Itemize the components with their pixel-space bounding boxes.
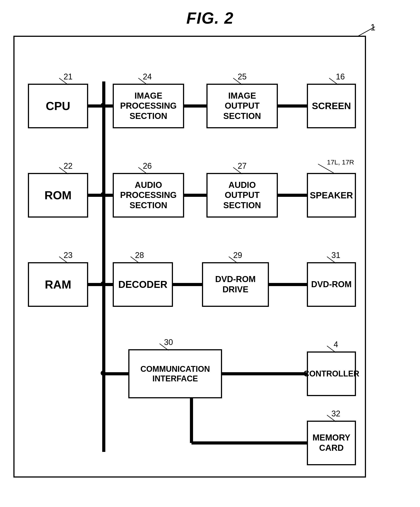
hline-audioproc-bus	[104, 194, 113, 197]
ref-23: 23	[63, 251, 72, 260]
main-diagram-box: CPU 21 IMAGE PROCESSING SECTION 24 IMAGE…	[13, 36, 366, 478]
hline-imgproc-bus	[104, 105, 113, 108]
cpu-label: CPU	[46, 99, 70, 113]
ref-26: 26	[143, 161, 152, 171]
rom-label: ROM	[44, 188, 71, 202]
speaker-block: SPEAKER	[307, 173, 356, 218]
hline-dvdrive-dvdrom	[269, 283, 307, 286]
screen-block: SCREEN	[307, 84, 356, 128]
ref-29: 29	[233, 251, 242, 260]
hline-imgproc-imgout	[184, 105, 206, 108]
controller-block: CONTROLLER	[307, 352, 356, 396]
ref-4: 4	[334, 340, 338, 349]
hline-commif-controller	[222, 372, 307, 375]
ref-24: 24	[143, 72, 152, 81]
memory-card-block: MEMORY CARD	[307, 421, 356, 465]
ref-30: 30	[164, 338, 173, 347]
ref-28: 28	[135, 251, 144, 260]
ref-31: 31	[331, 251, 340, 260]
hline-memcard-h	[191, 441, 307, 444]
hline-audioout-speaker	[278, 194, 307, 197]
ref-25: 25	[238, 72, 247, 81]
dvd-rom-drive-label: DVD-ROM DRIVE	[215, 274, 256, 295]
image-processing-label: IMAGE PROCESSING SECTION	[120, 91, 176, 121]
cpu-block: CPU	[28, 84, 88, 128]
image-output-label: IMAGE OUTPUT SECTION	[223, 91, 261, 121]
hline-imgout-screen	[278, 105, 307, 108]
image-processing-block: IMAGE PROCESSING SECTION	[113, 84, 184, 128]
figure-title: FIG. 2	[186, 9, 234, 27]
ref-17: 17L, 17R	[327, 158, 354, 166]
image-output-block: IMAGE OUTPUT SECTION	[206, 84, 278, 128]
dvd-rom-drive-block: DVD-ROM DRIVE	[202, 262, 269, 307]
controller-label: CONTROLLER	[303, 369, 359, 379]
comm-interface-block: COMMUNICATION INTERFACE	[128, 349, 222, 398]
comm-interface-label: COMMUNICATION INTERFACE	[140, 364, 210, 383]
audio-output-block: AUDIO OUTPUT SECTION	[206, 173, 278, 218]
hline-bus-commif	[104, 372, 128, 375]
vline-commif-memcard	[190, 398, 193, 443]
screen-label: SCREEN	[312, 100, 351, 112]
dvd-rom-label: DVD-ROM	[311, 279, 352, 290]
hline-decoder-bus	[104, 283, 113, 286]
audio-processing-label: AUDIO PROCESSING SECTION	[120, 180, 176, 211]
decoder-label: DECODER	[118, 279, 167, 290]
audio-processing-block: AUDIO PROCESSING SECTION	[113, 173, 184, 218]
speaker-label: SPEAKER	[310, 190, 353, 201]
decoder-block: DECODER	[113, 262, 173, 307]
ref-22: 22	[63, 161, 72, 171]
ref-21: 21	[63, 72, 72, 81]
memory-card-label: MEMORY CARD	[312, 433, 350, 453]
hline-decoder-dvdrive	[173, 283, 202, 286]
dvd-rom-block: DVD-ROM	[307, 262, 356, 307]
hline-audioproc-audioout	[184, 194, 206, 197]
page: FIG. 2 1 CPU 21 IMAGE PROCESSING SECTION…	[0, 0, 420, 507]
vertical-bus	[102, 81, 105, 452]
ram-label: RAM	[45, 278, 71, 291]
ref-32: 32	[331, 409, 340, 418]
ref-16: 16	[336, 72, 345, 81]
ram-block: RAM	[28, 262, 88, 307]
ref-27: 27	[238, 161, 247, 171]
rom-block: ROM	[28, 173, 88, 218]
audio-output-label: AUDIO OUTPUT SECTION	[223, 180, 261, 211]
